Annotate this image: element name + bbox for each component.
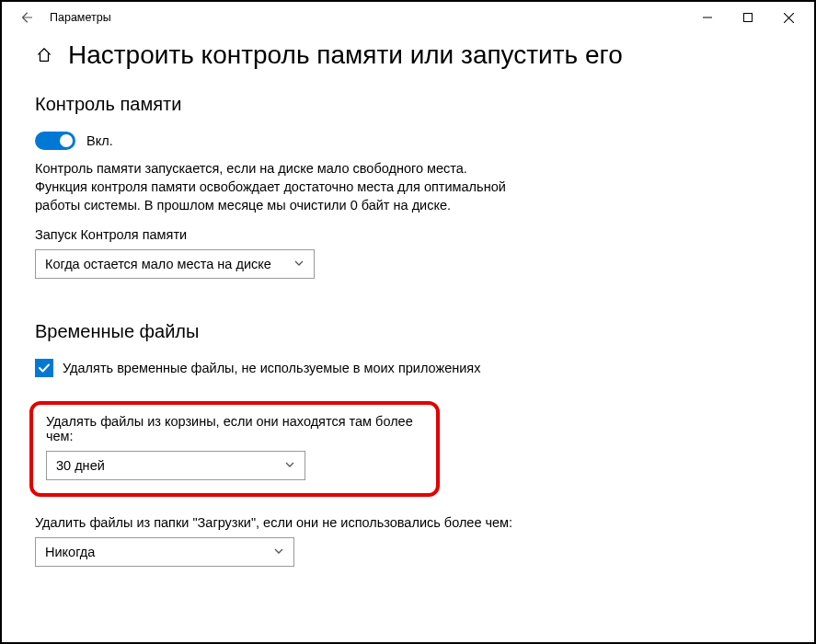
close-button[interactable] xyxy=(768,2,809,33)
section-temp-files-heading: Временные файлы xyxy=(35,321,781,342)
section-storage-sense-heading: Контроль памяти xyxy=(35,94,781,115)
window-title: Параметры xyxy=(50,11,111,24)
downloads-group: Удалить файлы из папки "Загрузки", если … xyxy=(35,515,781,567)
maximize-icon xyxy=(743,13,753,22)
back-button[interactable] xyxy=(18,10,33,25)
content-area: Настроить контроль памяти или запустить … xyxy=(2,33,814,567)
run-storage-sense-label: Запуск Контроля памяти xyxy=(35,227,781,242)
dropdown-value: 30 дней xyxy=(56,458,105,473)
chevron-down-icon xyxy=(284,458,295,473)
delete-temp-files-label: Удалять временные файлы, не используемые… xyxy=(63,361,480,375)
storage-sense-toggle[interactable] xyxy=(35,132,75,150)
chevron-down-icon xyxy=(273,545,284,559)
storage-sense-toggle-row: Вкл. xyxy=(35,132,781,150)
recycle-bin-dropdown[interactable]: 30 дней xyxy=(46,451,305,480)
downloads-label: Удалить файлы из папки "Загрузки", если … xyxy=(35,515,781,530)
chevron-down-icon xyxy=(293,257,305,271)
page-title: Настроить контроль памяти или запустить … xyxy=(68,40,623,70)
svg-rect-1 xyxy=(744,14,753,22)
toggle-knob xyxy=(60,134,73,147)
maximize-button[interactable] xyxy=(728,2,768,33)
recycle-bin-highlight: Удалять файлы из корзины, если они наход… xyxy=(29,401,440,497)
arrow-left-icon xyxy=(19,11,32,24)
minimize-icon xyxy=(703,13,712,22)
home-button[interactable] xyxy=(35,46,53,64)
run-storage-sense-dropdown[interactable]: Когда остается мало места на диске xyxy=(35,249,315,279)
temp-files-checkbox-row: Удалять временные файлы, не используемые… xyxy=(35,359,781,377)
storage-sense-description: Контроль памяти запускается, если на дис… xyxy=(35,159,523,214)
checkmark-icon xyxy=(38,362,51,374)
close-icon xyxy=(784,13,794,23)
dropdown-value: Когда остается мало места на диске xyxy=(45,257,271,271)
delete-temp-files-checkbox[interactable] xyxy=(35,359,53,377)
minimize-button[interactable] xyxy=(687,2,728,33)
window-controls xyxy=(687,2,809,33)
page-header: Настроить контроль памяти или запустить … xyxy=(35,40,781,70)
dropdown-value: Никогда xyxy=(45,545,95,559)
downloads-dropdown[interactable]: Никогда xyxy=(35,537,294,567)
toggle-label: Вкл. xyxy=(86,133,113,148)
recycle-bin-label: Удалять файлы из корзины, если они наход… xyxy=(46,414,423,443)
home-icon xyxy=(36,47,52,63)
